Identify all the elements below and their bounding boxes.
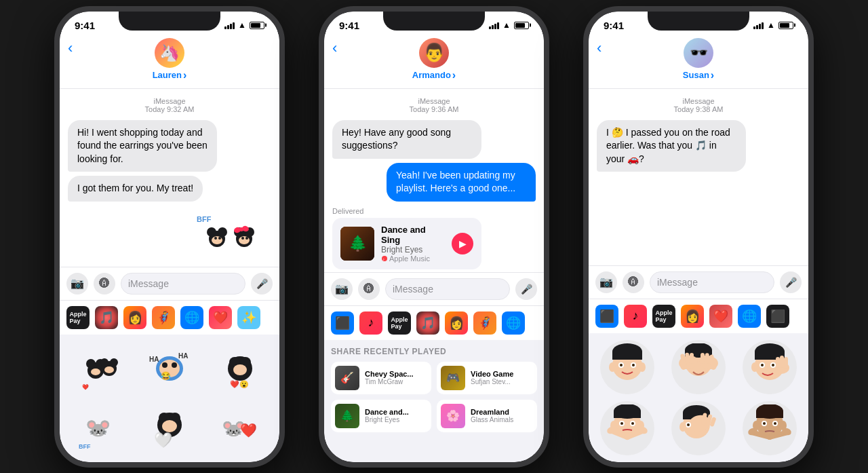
apay-icon-3[interactable]: ApplePay xyxy=(652,305,675,328)
swirl-icon-1[interactable]: ✨ xyxy=(237,306,260,329)
signal-icon-1 xyxy=(224,22,235,29)
sticker-panel-1: ❤️ 😂 HA HA xyxy=(60,335,279,462)
svg-point-18 xyxy=(86,359,96,368)
rp-item[interactable]: 🎸 Chevy Spac... Tim McGraw xyxy=(331,362,431,394)
time-3: 9:41 xyxy=(604,20,624,31)
memoji-item[interactable] xyxy=(671,401,726,455)
music-card[interactable]: 🌲 Dance and Sing Bright Eyes ♪ Apple Mus… xyxy=(332,218,481,269)
cartoon-icon-1[interactable]: 🦸 xyxy=(152,306,175,329)
avatar-2[interactable]: 👨 xyxy=(419,38,449,68)
avatar-3[interactable]: 🕶️ xyxy=(684,38,713,68)
apay-icon-2[interactable]: ApplePay xyxy=(388,311,411,335)
svg-text:❤️: ❤️ xyxy=(82,383,89,390)
signal-icon-3 xyxy=(753,22,764,29)
contact-name-1[interactable]: Lauren xyxy=(153,69,187,81)
message-input-3[interactable]: iMessage xyxy=(650,271,774,293)
svg-point-36 xyxy=(233,364,247,375)
timestamp-1: iMessageToday 9:32 AM xyxy=(68,97,271,113)
sticker-item[interactable]: ❤️ xyxy=(66,341,132,396)
battery-icon-2 xyxy=(514,22,529,29)
message-input-1[interactable]: iMessage xyxy=(121,273,245,295)
sticker-item[interactable]: ❤️😮 xyxy=(208,341,273,396)
music-icon-2[interactable]: ♪ xyxy=(359,311,382,335)
apps-button-3[interactable]: 🅐 xyxy=(623,271,644,293)
svg-point-6 xyxy=(214,237,217,240)
memoji-panel xyxy=(589,333,808,462)
camera-button-3[interactable]: 📷 xyxy=(595,271,617,293)
svg-text:❤️😮: ❤️😮 xyxy=(230,379,249,389)
back-button-1[interactable]: ‹ xyxy=(68,39,73,57)
svg-point-4 xyxy=(218,227,227,237)
svg-point-22 xyxy=(110,358,118,366)
svg-point-96 xyxy=(631,422,634,425)
svg-text:♪: ♪ xyxy=(382,257,384,261)
music-artwork: 🌲 xyxy=(340,227,374,261)
memoji-item[interactable] xyxy=(600,340,654,394)
app-strip-2: ⬛ ♪ ApplePay 🎵 👩 🦸 🌐 xyxy=(324,305,544,340)
messages-area-1: iMessageToday 9:32 AM Hi! I went shoppin… xyxy=(60,89,279,267)
back-button-2[interactable]: ‹ xyxy=(332,39,337,57)
sticker-item[interactable]: 😂 HA HA xyxy=(137,341,202,396)
heart-icon-1[interactable]: ❤️ xyxy=(209,306,232,329)
char-icon-2[interactable]: 👩 xyxy=(445,311,468,335)
phone-screen-2: 9:41 ▲ ‹ 👨 Arman xyxy=(324,12,544,462)
apps-button-1[interactable]: 🅐 xyxy=(94,273,115,295)
memoji-item[interactable] xyxy=(743,401,797,455)
time-1: 9:41 xyxy=(75,20,95,31)
memoji-item[interactable] xyxy=(743,340,797,394)
contact-name-3[interactable]: Susan xyxy=(683,69,714,81)
svg-text:🤍: 🤍 xyxy=(154,431,173,449)
char-icon-3[interactable]: 👩 xyxy=(681,305,704,328)
svg-point-43 xyxy=(162,420,177,432)
message-row: Hi! I went shopping today and found the … xyxy=(68,120,271,172)
memoji-item[interactable] xyxy=(671,340,726,394)
globe-icon-1[interactable]: 🌐 xyxy=(180,306,203,329)
message-input-2[interactable]: iMessage xyxy=(385,278,510,300)
camera-button-2[interactable]: 📷 xyxy=(331,278,353,300)
contact-name-2[interactable]: Armando xyxy=(412,69,456,81)
globe-icon-2[interactable]: 🌐 xyxy=(502,311,525,335)
globe-icon-3[interactable]: 🌐 xyxy=(738,305,761,328)
blue-app-icon-2[interactable]: ⬛ xyxy=(331,311,354,335)
apps-button-2[interactable]: 🅐 xyxy=(358,278,380,300)
music-title: Dance and Sing xyxy=(381,225,445,245)
app-strip-3: ⬛ ♪ ApplePay 👩 ❤️ 🌐 ⬛ xyxy=(589,299,808,333)
rp-item[interactable]: 🎮 Video Game Sufjan Stev... xyxy=(437,362,537,394)
wifi-icon-3: ▲ xyxy=(767,20,775,30)
play-button[interactable]: ▶ xyxy=(452,233,473,254)
music-icon-3[interactable]: ♪ xyxy=(624,305,647,328)
svg-point-120 xyxy=(753,421,760,430)
memoji-item[interactable] xyxy=(600,401,654,455)
music-disc-icon-1[interactable]: 🎵 xyxy=(95,306,118,329)
rp-artist: Tim McGraw xyxy=(365,378,414,385)
audio-button-2[interactable]: 🎤 xyxy=(515,278,537,300)
svg-point-83 xyxy=(761,364,764,366)
blue-app-icon-3[interactable]: ⬛ xyxy=(595,305,618,328)
svg-point-72 xyxy=(680,360,687,370)
rp-item[interactable]: 🌲 Dance and... Bright Eyes xyxy=(331,400,431,432)
avatar-1[interactable]: 🦄 xyxy=(155,38,184,68)
sticker-item[interactable]: 🤍 xyxy=(137,401,202,455)
back-button-3[interactable]: ‹ xyxy=(597,39,601,57)
sticker-item[interactable]: 🐭 BFF xyxy=(66,401,132,455)
audio-button-1[interactable]: 🎤 xyxy=(251,273,273,295)
rp-title: Chevy Spac... xyxy=(365,370,414,378)
music-disc-icon-2[interactable]: 🎵 xyxy=(416,311,439,335)
svg-point-29 xyxy=(172,362,177,368)
app-strip-1: ApplePay 🎵 👩 🦸 🌐 ❤️ ✨ xyxy=(60,300,279,335)
svg-point-118 xyxy=(763,422,766,425)
camera-button-1[interactable]: 📷 xyxy=(66,273,88,295)
svg-point-97 xyxy=(610,421,617,430)
music-panel: SHARE RECENTLY PLAYED 🎸 Chevy Spac... Ti… xyxy=(324,340,544,462)
cartoon-icon-2[interactable]: 🦸 xyxy=(473,311,496,335)
heart-icon-3[interactable]: ❤️ xyxy=(709,305,732,328)
svg-point-23 xyxy=(91,368,100,375)
rp-item[interactable]: 🌸 Dreamland Glass Animals xyxy=(437,400,537,432)
black-icon-3[interactable]: ⬛ xyxy=(766,305,789,328)
apay-icon-1[interactable]: ApplePay xyxy=(66,306,90,329)
rp-artist: Glass Animals xyxy=(471,416,513,423)
audio-button-3[interactable]: 🎤 xyxy=(780,271,802,293)
char-icon-1[interactable]: 👩 xyxy=(123,306,146,329)
sticker-item[interactable]: 🐭 ❤️ xyxy=(208,401,273,455)
timestamp-3: iMessageToday 9:38 AM xyxy=(597,97,800,113)
